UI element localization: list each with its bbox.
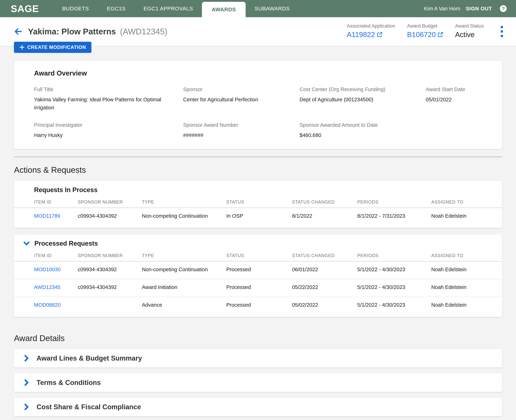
sage-logo: SAGE [11,3,39,14]
award-id: (AWD12345) [120,27,167,36]
top-navigation: SAGE BUDGETS EGC1S EGC1 APPROVALS AWARDS… [0,0,516,17]
cell-assigned-to: Noah Edelstein [431,297,502,314]
processed-requests-title: Processed Requests [34,240,98,247]
cell-status: Processed [226,279,292,297]
sign-out-button[interactable]: SIGN OUT [466,6,492,12]
award-overview-fields: Full Title Yakima Valley Farming: Ideal … [34,86,482,139]
col-sponsor-number: SPONSOR NUMBER [78,252,142,261]
field-label: Sponsor Award Number [183,122,293,128]
cell-sponsor-number [78,297,142,314]
requests-in-process-title-row: Requests In Process [14,186,502,194]
item-id-link[interactable]: MOD11789 [34,213,60,219]
table-header-row: ITEM ID SPONSOR NUMBER TYPE STATUS STATU… [14,198,502,208]
cell-status-changed: 8/1/2022 [292,208,357,225]
item-id-link[interactable]: AWD12345 [34,284,60,290]
nav-item-budgets[interactable]: BUDGETS [53,0,98,17]
field-label: Award Start Date [426,86,475,92]
page-title: Yakima: Plow Patterns (AWD12345) [28,27,167,36]
col-periods: PERIODS [357,198,431,208]
col-item-id: ITEM ID [14,198,78,208]
field-label: Sponsor Awarded Amount to Date [300,122,418,128]
cell-sponsor-number: c09934-4304392 [78,261,142,279]
col-item-id: ITEM ID [14,252,78,261]
nav-right: Kim A Van Horn SIGN OUT ? [424,0,516,17]
col-status-changed: STATUS CHANGED [292,198,357,208]
award-budget-value: B106720 [407,31,436,39]
col-type: TYPE [142,252,226,261]
cell-periods: 5/1/2022 - 4/30/2023 [357,261,431,279]
field-sponsor-award-number: Sponsor Award Number ####### [183,122,300,139]
field-empty [426,122,482,139]
external-link-icon [438,32,443,38]
create-modification-label: CREATE MODIFICATION [27,45,86,50]
cell-assigned-to: Noah Edelstein [431,261,502,279]
more-actions-kebab-icon[interactable] [497,23,506,40]
chevron-down-icon[interactable] [23,240,30,247]
field-value: $460,680 [300,131,418,139]
cell-type: Non-competing Continuation [142,261,226,279]
col-sponsor-number: SPONSOR NUMBER [78,198,142,208]
col-assigned-to: ASSIGNED TO [431,198,502,208]
cell-type: Award Initiation [142,279,226,297]
field-sponsor: Sponsor Center for Agricultural Perfecti… [183,86,300,112]
field-label: Full Title [34,86,176,92]
associated-application-value: A119822 [347,31,375,39]
cell-status-changed: 06/01/2022 [292,261,357,279]
cell-status-changed: 05/02/2022 [292,297,357,314]
table-row: MOD11789 c09934-4304392 Non-competing Co… [14,208,502,225]
award-details-heading: Award Details [14,333,502,343]
main-content: CREATE MODIFICATION Award Overview Full … [0,46,516,420]
panel-title: Cost Share & Fiscal Compliance [37,403,141,411]
field-award-start-date: Award Start Date 05/01/2022 [426,86,482,112]
back-arrow-icon[interactable] [14,27,22,36]
associated-application-group: Associated Application A119822 [347,23,395,39]
cell-periods: 5/1/2022 - 4/30/2023 [357,297,431,314]
field-sponsor-awarded-amount: Sponsor Awarded Amount to Date $460,680 [300,122,426,139]
col-type: TYPE [142,198,226,208]
cell-assigned-to: Noah Edelstein [431,208,502,225]
col-status: STATUS [226,198,292,208]
nav-item-egc1s[interactable]: EGC1S [98,0,135,17]
table-row: AWD12345 c09934-4304392 Award Initiation… [14,279,502,297]
chevron-right-icon [23,403,29,411]
cell-status-changed: 05/22/2022 [292,279,357,297]
panel-award-lines-budget-summary[interactable]: Award Lines & Budget Summary [14,349,502,368]
field-value: ####### [183,131,293,139]
create-modification-button[interactable]: CREATE MODIFICATION [14,42,91,53]
header-meta: Associated Application A119822 Award Bud… [347,23,506,40]
field-value: 05/01/2022 [426,96,475,104]
requests-in-process-title: Requests In Process [34,186,98,194]
external-link-icon [377,32,383,38]
cell-periods: 5/1/2022 - 4/30/2023 [357,279,431,297]
award-status-label: Award Status [455,23,484,29]
award-overview-title: Award Overview [34,69,482,77]
field-full-title: Full Title Yakima Valley Farming: Ideal … [34,86,183,112]
field-label: Principal Investigator [34,122,176,128]
field-value: Center for Agricultural Perfection [183,96,293,104]
plus-icon [19,45,25,50]
nav-item-awards-active-tab[interactable]: AWARDS [202,2,246,17]
table-row: MOD08820 Advance Processed 05/02/2022 5/… [14,297,502,314]
processed-requests-table: ITEM ID SPONSOR NUMBER TYPE STATUS STATU… [14,252,502,314]
cell-sponsor-number: c09934-4304392 [78,279,142,297]
associated-application-link[interactable]: A119822 [347,31,383,39]
nav-item-subawards[interactable]: SUBAWARDS [246,0,299,17]
award-overview-card: Award Overview Full Title Yakima Valley … [14,61,502,149]
item-id-link[interactable]: MOD08820 [34,302,61,308]
nav-item-egc1-approvals[interactable]: EGC1 APPROVALS [135,0,202,17]
cell-type: Non-competing Continuation [142,208,226,225]
cell-assigned-to: Noah Edelstein [431,279,502,297]
table-header-row: ITEM ID SPONSOR NUMBER TYPE STATUS STATU… [14,252,502,261]
cell-status: Processed [226,261,292,279]
cell-periods: 8/1/2022 - 7/31/2023 [357,208,431,225]
page-header: Yakima: Plow Patterns (AWD12345) Associa… [0,17,516,46]
item-id-link[interactable]: MOD10030 [34,267,61,272]
panel-cost-share-fiscal-compliance[interactable]: Cost Share & Fiscal Compliance [14,398,502,416]
help-icon[interactable]: ? [500,5,507,12]
col-status-changed: STATUS CHANGED [292,252,357,261]
award-status-group: Award Status Active [455,23,484,39]
award-budget-group: Award Budget B106720 [407,23,443,39]
panel-terms-conditions[interactable]: Terms & Conditions [14,374,502,392]
award-budget-link[interactable]: B106720 [407,31,443,39]
chevron-right-icon [23,379,29,386]
